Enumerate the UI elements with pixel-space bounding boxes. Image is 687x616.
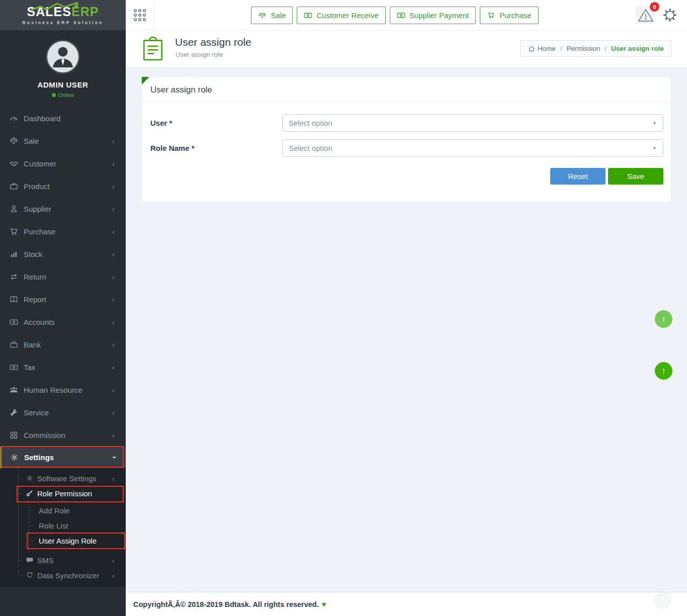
sidebar-item-product[interactable]: Product ‹ bbox=[0, 175, 126, 198]
sidebar-item-report[interactable]: Report ‹ bbox=[0, 288, 126, 311]
sidebar-item-label: Purchase bbox=[24, 227, 55, 236]
submenu-item-add-role[interactable]: Add Role bbox=[0, 503, 126, 518]
button-label: Supplier Payment bbox=[409, 11, 469, 20]
chevron-left-icon: ‹ bbox=[112, 318, 115, 326]
sidebar-item-human-resource[interactable]: Human Resource ‹ bbox=[0, 379, 126, 401]
apps-grid-button[interactable] bbox=[126, 8, 153, 23]
sidebar-item-label: Service bbox=[24, 408, 49, 417]
submenu-item-user-assign-role[interactable]: User Assign Role bbox=[0, 533, 126, 548]
cart-icon bbox=[487, 11, 495, 20]
card-title: User assign role bbox=[142, 77, 671, 102]
reset-button[interactable]: Reset bbox=[550, 168, 606, 185]
profile-name: ADMIN USER bbox=[0, 80, 126, 89]
customer-receive-quick-button[interactable]: Customer Receive bbox=[297, 7, 385, 24]
user-select[interactable]: Select option ▼ bbox=[282, 114, 663, 132]
notification-badge: 0 bbox=[650, 2, 659, 12]
chevron-left-icon: ‹ bbox=[112, 160, 115, 167]
sidebar-item-settings[interactable]: Settings ‹ bbox=[0, 447, 126, 468]
role-name-select[interactable]: Select option ▼ bbox=[282, 139, 663, 157]
submenu-item-label: Data Synchronizer bbox=[37, 571, 99, 580]
sidebar-item-return[interactable]: Return ‹ bbox=[0, 266, 126, 288]
sidebar-item-dashboard[interactable]: Dashboard bbox=[0, 107, 126, 130]
arrow-up-icon: ↑ bbox=[661, 314, 666, 324]
scroll-to-top-button[interactable]: ↑ bbox=[655, 310, 672, 328]
submenu-item-label: User Assign Role bbox=[39, 537, 97, 545]
sidebar-item-purchase[interactable]: Purchase ‹ bbox=[0, 220, 126, 243]
sidebar-item-customer[interactable]: Customer ‹ bbox=[0, 152, 126, 175]
chevron-left-icon: ‹ bbox=[112, 364, 115, 371]
submenu-item-role-list[interactable]: Role List bbox=[0, 518, 126, 533]
sidebar-item-label: Settings bbox=[24, 453, 54, 462]
topbar: Sale Customer Receive Supplier Payment P… bbox=[126, 0, 687, 31]
sidebar: SALESERP Business ERP Solution ADMIN USE… bbox=[0, 0, 126, 616]
bank-bag-icon bbox=[9, 340, 19, 349]
dashboard-icon bbox=[9, 114, 19, 123]
clipboard-icon bbox=[142, 36, 163, 63]
sidebar-item-bank[interactable]: Bank ‹ bbox=[0, 333, 126, 356]
sidebar-item-accounts[interactable]: Accounts ‹ bbox=[0, 311, 126, 333]
person-icon bbox=[9, 204, 19, 214]
sidebar-item-commission[interactable]: Commission ‹ bbox=[0, 424, 126, 447]
online-status-label: Online bbox=[58, 92, 74, 98]
chat-icon bbox=[26, 556, 34, 564]
submenu-item-data-synchronizer[interactable]: Data Synchronizer ‹ bbox=[0, 568, 126, 583]
gear-icon bbox=[10, 453, 19, 462]
app-logo[interactable]: SALESERP Business ERP Solution bbox=[0, 0, 126, 30]
grid-icon bbox=[9, 430, 19, 440]
submenu-item-label: Software Settings bbox=[37, 474, 97, 483]
chevron-left-icon: ‹ bbox=[112, 137, 115, 145]
sidebar-item-tax[interactable]: Tax ‹ bbox=[0, 356, 126, 379]
quick-actions: Sale Customer Receive Supplier Payment P… bbox=[154, 7, 636, 24]
settings-button[interactable] bbox=[660, 6, 679, 25]
wrench-icon bbox=[9, 408, 19, 417]
people-icon bbox=[9, 385, 19, 395]
card-corner-ribbon bbox=[142, 77, 149, 84]
sidebar-item-label: Report bbox=[24, 295, 46, 304]
cash-icon bbox=[304, 11, 312, 20]
sidebar-item-label: Tax bbox=[24, 363, 35, 372]
submenu-item-role-permission[interactable]: Role Permission bbox=[0, 486, 126, 501]
money-icon bbox=[9, 363, 19, 372]
sidebar-item-label: Supplier bbox=[24, 205, 51, 213]
scale-icon bbox=[258, 11, 267, 20]
chevron-left-icon: ‹ bbox=[112, 341, 115, 348]
banknote-icon bbox=[9, 317, 19, 327]
gear-icon bbox=[26, 474, 34, 482]
breadcrumb: Home / Permission / User assign role bbox=[521, 40, 671, 57]
submenu-item-sms[interactable]: SMS ‹ bbox=[0, 553, 126, 568]
avatar[interactable] bbox=[46, 40, 80, 74]
scale-icon bbox=[9, 136, 19, 146]
submenu-item-software-settings[interactable]: Software Settings ‹ bbox=[0, 471, 126, 486]
user-profile: ADMIN USER Online bbox=[0, 30, 126, 107]
scroll-to-top-button[interactable]: ↑ bbox=[655, 362, 672, 380]
sidebar-item-service[interactable]: Service ‹ bbox=[0, 401, 126, 424]
chevron-left-icon: ‹ bbox=[112, 386, 115, 394]
chevron-left-icon: ‹ bbox=[112, 431, 115, 439]
page-subtitle: User assign role bbox=[176, 51, 223, 58]
sidebar-item-sale[interactable]: Sale ‹ bbox=[0, 130, 126, 152]
sidebar-item-label: Product bbox=[24, 182, 50, 191]
save-button[interactable]: Save bbox=[608, 168, 663, 185]
breadcrumb-separator: / bbox=[560, 45, 562, 52]
sidebar-item-label: Stock bbox=[24, 250, 43, 258]
chevron-left-icon: ‹ bbox=[112, 409, 115, 416]
submenu-item-label: SMS bbox=[37, 556, 54, 565]
chevron-left-icon: ‹ bbox=[112, 557, 115, 564]
sale-quick-button[interactable]: Sale bbox=[251, 7, 293, 24]
supplier-payment-quick-button[interactable]: Supplier Payment bbox=[390, 7, 476, 24]
chevron-left-icon: ‹ bbox=[112, 205, 115, 213]
alerts-button[interactable]: 0 bbox=[636, 6, 655, 24]
sidebar-item-supplier[interactable]: Supplier ‹ bbox=[0, 198, 126, 220]
role-name-field-label: Role Name * bbox=[150, 144, 282, 152]
chevron-left-icon: ‹ bbox=[112, 296, 115, 303]
chevron-left-icon: ‹ bbox=[112, 228, 115, 235]
submenu-item-label: Role List bbox=[39, 521, 68, 530]
breadcrumb-home[interactable]: Home bbox=[528, 45, 556, 52]
purchase-quick-button[interactable]: Purchase bbox=[480, 7, 538, 24]
sidebar-item-stock[interactable]: Stock ‹ bbox=[0, 243, 126, 266]
chevron-left-icon: ‹ bbox=[112, 572, 115, 579]
chevron-left-icon: ‹ bbox=[112, 183, 115, 190]
footer: CopyrightÃ‚Â© 2018-2019 Bdtask. All righ… bbox=[126, 592, 687, 616]
breadcrumb-permission[interactable]: Permission bbox=[566, 45, 600, 52]
arrow-up-icon: ↑ bbox=[660, 595, 665, 605]
